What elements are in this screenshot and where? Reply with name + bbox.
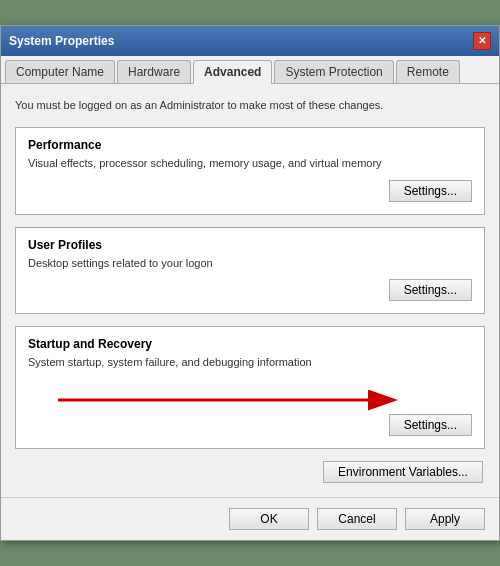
tab-content: You must be logged on as an Administrato… <box>1 84 499 498</box>
window-title: System Properties <box>9 34 114 48</box>
startup-recovery-title: Startup and Recovery <box>28 337 472 351</box>
admin-notice: You must be logged on as an Administrato… <box>15 98 485 113</box>
tab-bar: Computer Name Hardware Advanced System P… <box>1 56 499 84</box>
apply-button[interactable]: Apply <box>405 508 485 530</box>
user-profiles-section: User Profiles Desktop settings related t… <box>15 227 485 314</box>
user-profiles-settings-button[interactable]: Settings... <box>389 279 472 301</box>
startup-recovery-desc: System startup, system failure, and debu… <box>28 355 472 370</box>
performance-desc: Visual effects, processor scheduling, me… <box>28 156 472 171</box>
startup-recovery-settings-button[interactable]: Settings... <box>389 414 472 436</box>
performance-section: Performance Visual effects, processor sc… <box>15 127 485 214</box>
performance-settings-button[interactable]: Settings... <box>389 180 472 202</box>
env-variables-section: Environment Variables... <box>15 461 485 483</box>
footer: OK Cancel Apply <box>1 497 499 540</box>
title-bar: System Properties ✕ <box>1 26 499 56</box>
arrow-indicator <box>28 378 472 414</box>
close-button[interactable]: ✕ <box>473 32 491 50</box>
tab-computer-name[interactable]: Computer Name <box>5 60 115 83</box>
system-properties-window: System Properties ✕ Computer Name Hardwa… <box>0 25 500 542</box>
tab-remote[interactable]: Remote <box>396 60 460 83</box>
ok-button[interactable]: OK <box>229 508 309 530</box>
tab-advanced[interactable]: Advanced <box>193 60 272 84</box>
startup-recovery-section: Startup and Recovery System startup, sys… <box>15 326 485 449</box>
tab-hardware[interactable]: Hardware <box>117 60 191 83</box>
cancel-button[interactable]: Cancel <box>317 508 397 530</box>
title-bar-controls: ✕ <box>473 32 491 50</box>
user-profiles-title: User Profiles <box>28 238 472 252</box>
tab-system-protection[interactable]: System Protection <box>274 60 393 83</box>
performance-title: Performance <box>28 138 472 152</box>
user-profiles-desc: Desktop settings related to your logon <box>28 256 472 271</box>
environment-variables-button[interactable]: Environment Variables... <box>323 461 483 483</box>
